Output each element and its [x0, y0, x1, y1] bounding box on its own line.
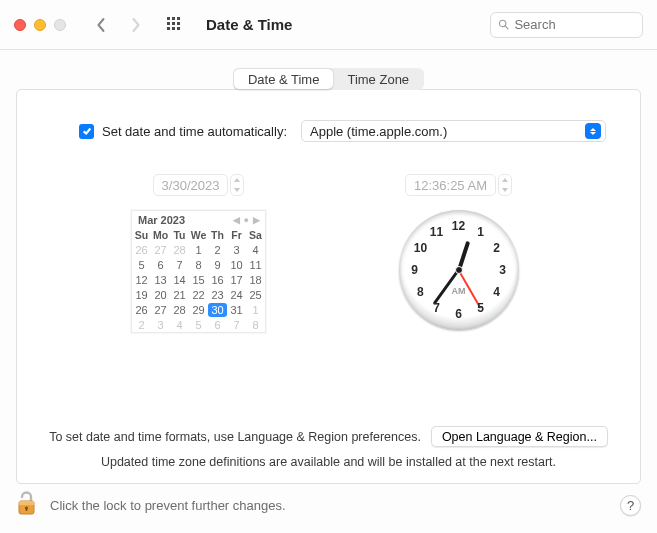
calendar-day[interactable]: 7: [227, 317, 246, 332]
svg-rect-14: [26, 508, 27, 511]
calendar-day[interactable]: 25: [246, 287, 265, 302]
calendar-day[interactable]: 2: [132, 317, 151, 332]
time-stepper[interactable]: 12:36:25 AM: [405, 174, 512, 196]
calendar-day[interactable]: 30: [208, 302, 227, 317]
calendar-day[interactable]: 14: [170, 272, 189, 287]
calendar-day[interactable]: 18: [246, 272, 265, 287]
search-input[interactable]: [514, 17, 635, 32]
clock-numeral: 12: [452, 219, 465, 233]
calendar-day[interactable]: 15: [189, 272, 208, 287]
calendar-day[interactable]: 6: [208, 317, 227, 332]
auto-set-checkbox[interactable]: [79, 124, 94, 139]
calendar-next-icon[interactable]: ▶: [253, 215, 260, 225]
auto-set-row: Set date and time automatically: Apple (…: [79, 120, 606, 142]
calendar-day[interactable]: 13: [151, 272, 170, 287]
date-stepper[interactable]: 3/30/2023: [153, 174, 245, 196]
calendar-day[interactable]: 23: [208, 287, 227, 302]
search-icon: [498, 18, 509, 31]
calendar-dow: We: [189, 228, 208, 242]
calendar-day[interactable]: 27: [151, 242, 170, 257]
tab-date-time[interactable]: Date & Time: [234, 69, 334, 89]
calendar-dow: Su: [132, 228, 151, 242]
calendar-day[interactable]: 8: [189, 257, 208, 272]
clock-numeral: 4: [493, 285, 500, 299]
svg-rect-2: [177, 17, 180, 20]
help-button[interactable]: ?: [620, 495, 641, 516]
calendar-day[interactable]: 4: [170, 317, 189, 332]
calendar-day[interactable]: 1: [246, 302, 265, 317]
calendar-day[interactable]: 26: [132, 242, 151, 257]
window-controls: [14, 19, 66, 31]
lock-text: Click the lock to prevent further change…: [50, 498, 286, 513]
calendar-day[interactable]: 11: [246, 257, 265, 272]
show-all-prefs-button[interactable]: [162, 13, 188, 37]
calendar-dow: Fr: [227, 228, 246, 242]
calendar-day[interactable]: 22: [189, 287, 208, 302]
calendar-today-icon[interactable]: ●: [244, 215, 249, 225]
calendar-day[interactable]: 6: [151, 257, 170, 272]
calendar-day[interactable]: 1: [189, 242, 208, 257]
toolbar: Date & Time: [0, 0, 657, 50]
forward-button[interactable]: [122, 13, 148, 37]
window-title: Date & Time: [206, 16, 292, 33]
lock-open-icon: [16, 490, 38, 518]
prefs-panel: Set date and time automatically: Apple (…: [16, 89, 641, 484]
tz-update-note: Updated time zone definitions are availa…: [17, 455, 640, 469]
open-language-region-button[interactable]: Open Language & Region...: [431, 426, 608, 447]
calendar-prev-icon[interactable]: ◀: [233, 215, 240, 225]
clock-numeral: 5: [477, 301, 484, 315]
calendar-day[interactable]: 3: [227, 242, 246, 257]
calendar-day[interactable]: 3: [151, 317, 170, 332]
lock-button[interactable]: [16, 490, 38, 521]
calendar-day[interactable]: 31: [227, 302, 246, 317]
svg-rect-1: [172, 17, 175, 20]
calendar-day[interactable]: 20: [151, 287, 170, 302]
tab-time-zone[interactable]: Time Zone: [333, 69, 423, 89]
calendar-day[interactable]: 17: [227, 272, 246, 287]
formats-note: To set date and time formats, use Langua…: [49, 430, 421, 444]
calendar-day[interactable]: 10: [227, 257, 246, 272]
calendar-day[interactable]: 7: [170, 257, 189, 272]
calendar-day[interactable]: 2: [208, 242, 227, 257]
clock-numeral: 7: [433, 301, 440, 315]
combobox-caret-icon: [585, 123, 601, 139]
zoom-window-button: [54, 19, 66, 31]
calendar-day[interactable]: 4: [246, 242, 265, 257]
calendar-dow: Mo: [151, 228, 170, 242]
date-stepper-buttons[interactable]: [230, 174, 244, 196]
calendar-day[interactable]: 5: [132, 257, 151, 272]
time-server-value: Apple (time.apple.com.): [310, 124, 447, 139]
calendar-day[interactable]: 26: [132, 302, 151, 317]
calendar[interactable]: Mar 2023 ◀ ● ▶ SuMoTuWeThFrSa 2627281234…: [131, 210, 266, 333]
svg-rect-7: [172, 27, 175, 30]
calendar-day[interactable]: 27: [151, 302, 170, 317]
time-field[interactable]: 12:36:25 AM: [405, 174, 496, 196]
svg-rect-8: [177, 27, 180, 30]
calendar-day[interactable]: 28: [170, 242, 189, 257]
back-button[interactable]: [88, 13, 114, 37]
tab-bar: Date & Time Time Zone: [0, 68, 657, 90]
calendar-day[interactable]: 5: [189, 317, 208, 332]
svg-rect-0: [167, 17, 170, 20]
calendar-day[interactable]: 16: [208, 272, 227, 287]
time-server-combobox[interactable]: Apple (time.apple.com.): [301, 120, 606, 142]
date-field[interactable]: 3/30/2023: [153, 174, 229, 196]
calendar-day[interactable]: 12: [132, 272, 151, 287]
calendar-day[interactable]: 8: [246, 317, 265, 332]
clock-numeral: 9: [411, 263, 418, 277]
calendar-day[interactable]: 19: [132, 287, 151, 302]
calendar-day[interactable]: 9: [208, 257, 227, 272]
time-stepper-buttons[interactable]: [498, 174, 512, 196]
calendar-day[interactable]: 24: [227, 287, 246, 302]
clock-ampm: AM: [452, 286, 466, 296]
minimize-window-button[interactable]: [34, 19, 46, 31]
analog-clock[interactable]: AM 123456789101112: [399, 210, 519, 330]
close-window-button[interactable]: [14, 19, 26, 31]
search-field[interactable]: [490, 12, 643, 38]
calendar-day[interactable]: 29: [189, 302, 208, 317]
clock-numeral: 8: [417, 285, 424, 299]
calendar-dow: Sa: [246, 228, 265, 242]
calendar-day[interactable]: 21: [170, 287, 189, 302]
calendar-nav[interactable]: ◀ ● ▶: [233, 215, 260, 225]
calendar-day[interactable]: 28: [170, 302, 189, 317]
